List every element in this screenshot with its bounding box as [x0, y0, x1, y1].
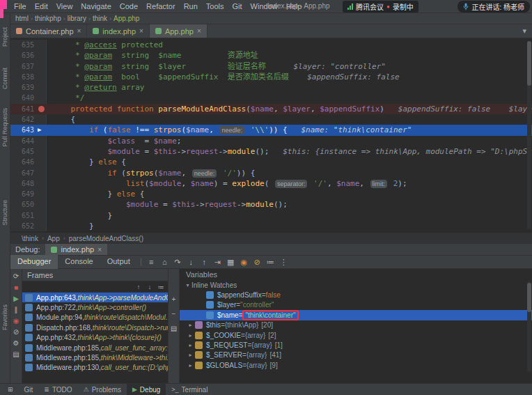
code-text[interactable]: $class = $name; [47, 136, 532, 146]
line-number[interactable]: 645 [10, 146, 37, 157]
chevron-right-icon[interactable]: ▸ [187, 342, 194, 348]
close-tab-icon[interactable]: × [197, 27, 201, 35]
pause-icon[interactable]: ∥ [11, 306, 22, 313]
code-line[interactable]: 640 */ [10, 93, 532, 103]
menu-item[interactable]: File [10, 2, 31, 10]
gutter[interactable] [37, 114, 47, 125]
mute-breakpoints-icon[interactable]: ⊘ [11, 328, 22, 336]
menu-item[interactable]: Code [116, 2, 142, 10]
line-number[interactable]: 651 [10, 210, 37, 221]
gutter[interactable] [37, 210, 47, 221]
debugger-view-tab[interactable]: Debugger [10, 255, 58, 269]
editor-tab[interactable]: App.php× [150, 24, 208, 38]
breadcrumb-item[interactable]: html [14, 15, 30, 22]
line-number[interactable]: 640 [10, 93, 37, 103]
line-number[interactable]: 652 [10, 221, 37, 231]
inline-watches-group[interactable]: ▾Inline Watches [180, 280, 532, 290]
code-line[interactable]: 646 } else { [10, 157, 532, 167]
frame-row[interactable]: Middleware.php:185, think\Middleware->th… [22, 353, 168, 362]
code-text[interactable]: * @param string $layer 验证层名称 $layer: "co… [47, 61, 532, 72]
frame-row[interactable]: App.php:722, think\App->controller() [22, 302, 168, 312]
gutter[interactable] [37, 168, 47, 178]
line-number[interactable]: 643 [10, 125, 37, 135]
editor-scrollbar[interactable] [527, 41, 531, 229]
code-text[interactable]: if (false !== strpos($name, needle: '\\'… [47, 125, 532, 135]
frame-row[interactable]: Middleware.php:130, call_user_func:{D:\p… [22, 363, 168, 373]
code-line[interactable]: 638 * @param bool $appendSuffix 是否添加类名后缀… [10, 72, 532, 82]
code-line[interactable]: 652 } [10, 221, 532, 231]
breadcrumb-item[interactable]: think [91, 15, 109, 22]
line-number[interactable]: 644 [10, 136, 37, 146]
variables-scrollbar[interactable] [527, 281, 531, 372]
chevron-right-icon[interactable]: ▸ [187, 322, 194, 328]
debug-session-tab[interactable]: index.php × [45, 244, 107, 256]
code-text[interactable]: if (strpos($name, needle: '/')) { [47, 168, 532, 178]
code-line[interactable]: 636 * @param string $name 资源地址 [10, 50, 532, 61]
watch-settings-icon[interactable]: ▤ [169, 325, 179, 332]
menu-item[interactable]: Git [228, 2, 247, 10]
breakpoint-icon[interactable] [38, 106, 45, 112]
editor-scrollbar-thumb[interactable] [527, 41, 531, 86]
code-line[interactable]: 650 $module = $this->request->module(); [10, 199, 532, 210]
gutter[interactable] [37, 104, 47, 114]
variable-row[interactable]: $layer = "controller" [180, 300, 532, 310]
code-text[interactable]: * @param string $name 资源地址 [47, 50, 532, 61]
tool-window-button[interactable]: Commit [1, 68, 8, 89]
code-line[interactable]: 637 * @param string $layer 验证层名称 $layer:… [10, 61, 532, 72]
gutter[interactable] [37, 146, 47, 157]
line-number[interactable]: 641 [10, 104, 37, 114]
more-options-icon[interactable]: ⋮ [277, 258, 290, 267]
line-number[interactable]: 637 [10, 61, 37, 72]
gutter[interactable] [37, 136, 47, 146]
run-to-cursor-icon[interactable]: ⇥ [211, 258, 224, 267]
show-execution-point-icon[interactable]: ⌂ [158, 258, 171, 267]
gutter[interactable]: ▶ [37, 125, 47, 135]
code-line[interactable]: 641 protected function parseModuleAndCla… [10, 104, 532, 114]
rerun-icon[interactable]: ⟳ [11, 272, 22, 280]
speaking-badge[interactable]: 正在讲话: 杨老师 [457, 1, 530, 13]
layout-icon[interactable]: ≡ [145, 258, 158, 267]
tool-window-button[interactable]: Pull Requests [1, 108, 8, 147]
code-text[interactable]: list($module, $name) = explode( separato… [47, 178, 532, 189]
gutter[interactable] [37, 82, 47, 93]
frame-row[interactable]: App.php:432, think\App->think\{closure}(… [22, 333, 168, 343]
gutter[interactable] [37, 93, 47, 103]
line-number[interactable]: 642 [10, 114, 37, 125]
editor-breadcrumb-item[interactable]: parseModuleAndClass() [69, 235, 143, 242]
variable-row[interactable]: $name = "think\container" [180, 310, 532, 320]
status-bar-item-problems[interactable]: ⚠Problems [78, 384, 127, 395]
code-line[interactable]: 644 $class = $name; [10, 136, 532, 146]
editor-tab[interactable]: Container.php× [10, 24, 87, 38]
line-number[interactable]: 647 [10, 168, 37, 178]
frame-row[interactable]: Dispatch.php:168, think\route\Dispatch->… [22, 323, 168, 332]
code-text[interactable]: * @return array [47, 82, 532, 93]
variable-row[interactable]: ▸$_REQUEST = {array}[1] [180, 340, 532, 350]
chevron-right-icon[interactable]: ▸ [187, 362, 194, 369]
code-editor[interactable]: 635 * @access protected636 * @param stri… [10, 38, 532, 233]
variables-scrollbar-thumb[interactable] [527, 283, 531, 312]
filter-frames-icon[interactable]: ≔ [156, 284, 166, 291]
tool-window-button[interactable]: Structure [1, 200, 8, 226]
code-text[interactable]: protected function parseModuleAndClass($… [47, 104, 532, 114]
mute-breakpoints-icon[interactable]: ⊘ [251, 258, 264, 267]
menu-item[interactable]: Edit [31, 2, 52, 10]
code-text[interactable]: $module = $this->request->module(); $thi… [47, 146, 532, 157]
gutter[interactable] [37, 40, 47, 50]
menu-item[interactable]: Refactor [142, 2, 180, 10]
variable-row[interactable]: ▸$GLOBALS = {array}[9] [180, 360, 532, 370]
status-bar-item-debug[interactable]: ▶Debug [127, 384, 166, 395]
breadcrumb-item[interactable]: thinkphp [33, 15, 63, 22]
code-text[interactable]: { [47, 114, 532, 125]
variable-row[interactable]: ▸$this = {think\App}[20] [180, 320, 532, 330]
menu-item[interactable]: View [52, 2, 77, 10]
step-out-icon[interactable]: ↑ [198, 258, 211, 267]
editor-tab[interactable]: index.php× [87, 24, 150, 38]
code-line[interactable]: 651 } [10, 210, 532, 221]
line-number[interactable]: 650 [10, 199, 37, 210]
code-text[interactable]: * @access protected [47, 40, 532, 50]
tool-window-button[interactable]: Favorites [1, 304, 8, 330]
chevron-down-icon[interactable]: ▾ [184, 282, 191, 288]
code-text[interactable]: */ [47, 93, 532, 103]
close-session-icon[interactable]: × [97, 246, 102, 254]
chevron-right-icon[interactable]: ▸ [187, 332, 194, 339]
